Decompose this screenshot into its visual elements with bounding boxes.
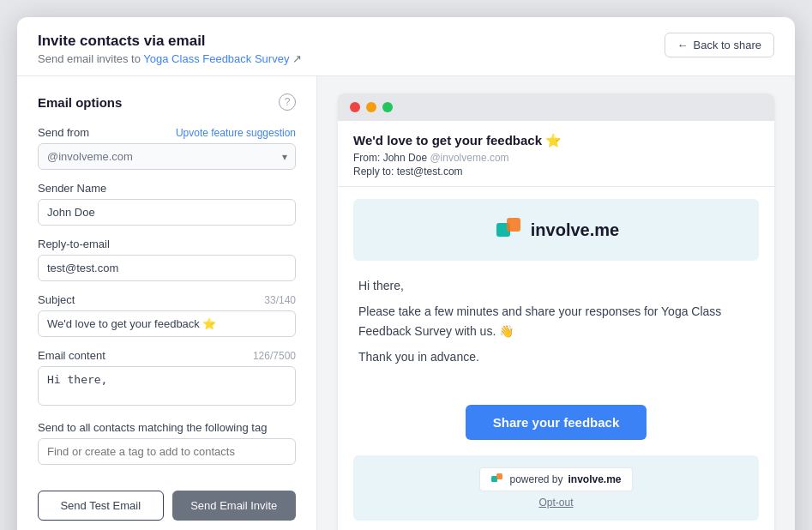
survey-link[interactable]: Yoga Class Feedback Survey	[143, 52, 289, 65]
preview-logo-bar: involve.me	[353, 199, 759, 261]
back-to-share-button[interactable]: ← Back to share	[665, 33, 775, 57]
preview-chrome-bar	[338, 93, 774, 121]
send-from-label: Send from	[38, 126, 89, 139]
involveme-logo: involve.me	[493, 214, 619, 245]
powered-brand-name: involve.me	[568, 473, 622, 485]
subject-label: Subject	[38, 293, 75, 306]
email-content-counter: 126/7500	[253, 350, 296, 362]
preview-subject: We'd love to get your feedback ⭐	[353, 133, 759, 148]
tag-label: Send to all contacts matching the follow…	[38, 421, 267, 434]
preview-from: From: John Doe @involveme.com	[353, 152, 759, 164]
send-buttons: Send Test Email Send Email Invite	[38, 491, 296, 521]
email-options-header: Email options ?	[38, 93, 296, 111]
chrome-dot-red	[350, 102, 360, 112]
preview-greeting: Hi there,	[358, 276, 754, 295]
chrome-dot-green	[382, 102, 393, 112]
send-from-field-group: Send from Upvote feature suggestion @inv…	[38, 126, 296, 170]
back-arrow-icon: ←	[677, 39, 689, 51]
reply-to-input[interactable]	[38, 255, 296, 281]
modal-title: Invite contacts via email	[38, 33, 302, 50]
involveme-logo-icon	[493, 214, 524, 245]
preview-reply-to: Reply to: test@test.com	[353, 166, 759, 178]
opt-out-link[interactable]: Opt-out	[538, 497, 573, 509]
svg-rect-2	[507, 218, 520, 232]
send-test-email-button[interactable]: Send Test Email	[38, 491, 164, 521]
email-content-label: Email content	[38, 349, 105, 362]
sender-name-field-group: Sender Name	[38, 182, 296, 226]
preview-cta-wrapper: Share your feedback	[338, 405, 774, 440]
email-content-textarea[interactable]	[38, 366, 296, 406]
preview-body: involve.me Hi there, Please take a few m…	[338, 199, 774, 521]
upvote-feature-link[interactable]: Upvote feature suggestion	[176, 127, 296, 139]
sender-name-input[interactable]	[38, 199, 296, 226]
send-email-invite-button[interactable]: Send Email Invite	[172, 491, 297, 521]
preview-cta-button[interactable]: Share your feedback	[466, 405, 647, 440]
email-options-title: Email options	[38, 95, 122, 110]
left-panel: Email options ? Send from Upvote feature…	[17, 76, 317, 530]
invite-contacts-modal: Invite contacts via email Send email inv…	[17, 17, 795, 530]
email-preview: We'd love to get your feedback ⭐ From: J…	[338, 93, 774, 530]
sender-name-label: Sender Name	[38, 182, 106, 195]
powered-by-badge: powered by involve.me	[479, 467, 632, 491]
send-from-select-wrapper: @involveme.com ▾	[38, 143, 296, 170]
subject-input[interactable]	[38, 310, 296, 337]
subject-counter: 33/140	[264, 294, 296, 306]
svg-rect-3	[491, 476, 497, 482]
powered-logo-icon	[490, 473, 504, 486]
send-from-select[interactable]: @involveme.com	[38, 143, 296, 170]
subject-field-group: Subject 33/140	[38, 293, 296, 337]
svg-rect-4	[496, 473, 502, 479]
tag-input[interactable]	[38, 438, 296, 465]
modal-header-left: Invite contacts via email Send email inv…	[38, 33, 302, 65]
preview-body-line3: Thank you in advance.	[358, 347, 754, 366]
help-icon[interactable]: ?	[279, 93, 296, 111]
reply-to-label: Reply-to-email	[38, 238, 110, 250]
chrome-dot-yellow	[366, 102, 376, 112]
right-panel: We'd love to get your feedback ⭐ From: J…	[317, 76, 795, 530]
email-content-field-group: Email content 126/7500	[38, 349, 296, 409]
powered-by-text: powered by	[509, 473, 562, 485]
preview-meta: We'd love to get your feedback ⭐ From: J…	[338, 121, 774, 187]
preview-content-area: Hi there, Please take a few minutes and …	[338, 261, 774, 389]
tag-field-group: Send to all contacts matching the follow…	[38, 421, 296, 465]
modal-subtitle: Send email invites to Yoga Class Feedbac…	[38, 52, 302, 65]
modal-body: Email options ? Send from Upvote feature…	[17, 76, 795, 530]
modal-header: Invite contacts via email Send email inv…	[17, 17, 795, 76]
preview-footer: powered by involve.me Opt-out	[353, 455, 759, 521]
preview-body-line1: Please take a few minutes and share your…	[358, 302, 754, 340]
reply-to-field-group: Reply-to-email	[38, 238, 296, 281]
